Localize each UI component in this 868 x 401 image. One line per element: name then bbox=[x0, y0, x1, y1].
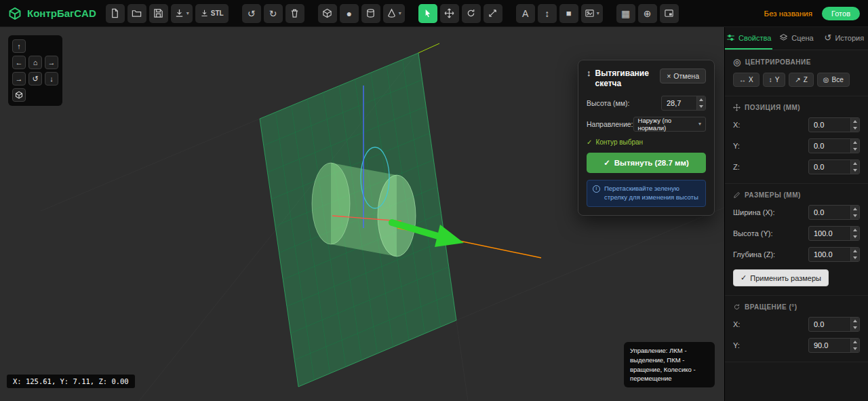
spinner bbox=[850, 248, 859, 261]
nav-down-button[interactable]: ↓ bbox=[45, 72, 58, 85]
arrow-right-icon: → bbox=[48, 58, 56, 66]
status-badge[interactable]: Готов bbox=[822, 7, 860, 20]
nav-left-button[interactable]: ← bbox=[12, 56, 26, 69]
sidebar-tabs: Свойства Сцена ↺ История bbox=[725, 27, 868, 50]
position-x-row: X: bbox=[733, 117, 860, 132]
add-sphere-button[interactable]: ● bbox=[340, 4, 359, 23]
toolbar-right: Без названия Готов bbox=[764, 7, 860, 20]
add-cube-button[interactable] bbox=[318, 4, 337, 23]
height-input[interactable] bbox=[661, 96, 706, 111]
grid-toggle-button[interactable]: ▦ bbox=[616, 4, 635, 23]
view-navigation-panel: ↑ ← ⌂ → → ↺ ↓ bbox=[8, 35, 62, 106]
pencil-icon bbox=[733, 191, 741, 199]
frame-view-button[interactable] bbox=[660, 4, 679, 23]
rotate-tool-button[interactable] bbox=[462, 4, 481, 23]
redo-button[interactable]: ↻ bbox=[264, 4, 283, 23]
rotation-x-input[interactable] bbox=[808, 317, 860, 332]
position-z-input[interactable] bbox=[808, 159, 860, 174]
add-shape-dropdown-button[interactable]: ▾ bbox=[383, 4, 405, 23]
dimensions-section-title: РАЗМЕРЫ (ММ) bbox=[733, 191, 860, 199]
spinner-up-button[interactable] bbox=[697, 96, 705, 103]
spinner-down-button[interactable] bbox=[851, 324, 859, 331]
center-y-button[interactable]: ↕ Y bbox=[763, 73, 786, 87]
spinner bbox=[850, 339, 859, 352]
depth-input[interactable] bbox=[808, 247, 860, 262]
spinner-down-button[interactable] bbox=[697, 103, 705, 110]
tab-scene[interactable]: Сцена bbox=[772, 27, 820, 50]
spinner-down-button[interactable] bbox=[851, 345, 859, 352]
center-x-button[interactable]: ↔ X bbox=[733, 73, 760, 87]
cube-icon bbox=[15, 91, 23, 99]
rotation-y-input[interactable] bbox=[808, 338, 860, 353]
add-cylinder-button[interactable] bbox=[361, 4, 380, 23]
spinner-down-button[interactable] bbox=[851, 212, 859, 219]
select-tool-button[interactable] bbox=[418, 4, 437, 23]
nav-right-button[interactable]: → bbox=[45, 56, 58, 69]
text-tool-button[interactable]: A bbox=[516, 4, 535, 23]
spinner-up-button[interactable] bbox=[851, 139, 859, 146]
download-icon bbox=[200, 9, 209, 18]
nav-isometric-button[interactable] bbox=[12, 88, 26, 102]
tab-properties[interactable]: Свойства bbox=[725, 27, 772, 50]
position-x-input[interactable] bbox=[808, 117, 860, 132]
dialog-header: ↕ Вытягивание скетча × Отмена bbox=[587, 69, 706, 89]
extrude-button[interactable]: ✓ Вытянуть (28.7 мм) bbox=[587, 153, 706, 173]
apply-dimensions-button[interactable]: ✓ Применить размеры bbox=[733, 269, 829, 286]
nav-forward-button[interactable]: → bbox=[12, 72, 26, 85]
spinner-down-button[interactable] bbox=[851, 167, 859, 174]
vertical-arrows-icon: ↕ bbox=[769, 76, 772, 83]
direction-select[interactable]: Наружу (по нормали) ▾ bbox=[633, 117, 706, 132]
image-dropdown-button[interactable]: ▾ bbox=[581, 4, 603, 23]
scale-tool-button[interactable] bbox=[484, 4, 502, 23]
target-icon: ⊕ bbox=[644, 9, 652, 18]
position-y-input[interactable] bbox=[808, 138, 860, 153]
rotation-x-label: X: bbox=[733, 320, 740, 328]
rotate-icon bbox=[466, 8, 476, 18]
width-input[interactable] bbox=[808, 205, 860, 220]
position-section-title: ПОЗИЦИЯ (ММ) bbox=[733, 104, 860, 111]
spinner-up-button[interactable] bbox=[851, 160, 859, 167]
spinner-up-button[interactable] bbox=[851, 248, 859, 254]
spinner-up-button[interactable] bbox=[851, 118, 859, 125]
nav-home-button[interactable]: ⌂ bbox=[28, 56, 42, 69]
chevron-down-icon: ▾ bbox=[399, 11, 401, 16]
new-file-button[interactable] bbox=[106, 4, 125, 23]
center-z-button[interactable]: ↗ Z bbox=[789, 73, 814, 87]
spinner-up-button[interactable] bbox=[851, 206, 859, 212]
height-input[interactable] bbox=[808, 226, 860, 241]
spinner-up-button[interactable] bbox=[851, 339, 859, 345]
open-button[interactable] bbox=[127, 4, 146, 23]
document-name: Без названия bbox=[764, 9, 812, 18]
app-title: КонтрБагCAD bbox=[27, 7, 96, 19]
align-tool-button[interactable]: ↕ bbox=[538, 4, 557, 23]
move-icon bbox=[733, 104, 741, 111]
center-all-button[interactable]: ◎ Все bbox=[817, 73, 850, 87]
save-button[interactable] bbox=[149, 4, 168, 23]
export-button[interactable]: ▾ bbox=[171, 4, 193, 23]
spinner-up-button[interactable] bbox=[851, 318, 859, 324]
undo-button[interactable]: ↺ bbox=[242, 4, 261, 23]
spinner-down-button[interactable] bbox=[851, 125, 859, 132]
cancel-button[interactable]: × Отмена bbox=[660, 69, 706, 83]
extrude-label: Вытянуть (28.7 мм) bbox=[614, 159, 689, 167]
center-view-button[interactable]: ⊕ bbox=[638, 4, 657, 23]
viewport-3d[interactable]: ↑ ← ⌂ → → ↺ ↓ ↕ Вытяги bbox=[0, 27, 724, 401]
move-tool-button[interactable] bbox=[440, 4, 459, 23]
spinner-down-button[interactable] bbox=[851, 254, 859, 261]
nav-up-button[interactable]: ↑ bbox=[12, 39, 26, 53]
spinner-down-button[interactable] bbox=[851, 233, 859, 240]
spinner-down-button[interactable] bbox=[851, 146, 859, 153]
nav-rotate-button[interactable]: ↺ bbox=[28, 72, 42, 85]
tab-history[interactable]: ↺ История bbox=[821, 27, 868, 50]
export-stl-button[interactable]: STL bbox=[195, 4, 229, 23]
sketch-tool-button[interactable]: ■ bbox=[559, 4, 578, 23]
extrude-sketch-dialog: ↕ Вытягивание скетча × Отмена Высота (мм… bbox=[578, 60, 715, 216]
position-title-text: ПОЗИЦИЯ (ММ) bbox=[745, 104, 800, 111]
scale-icon bbox=[488, 8, 498, 18]
width-label: Ширина (X): bbox=[733, 208, 774, 216]
delete-button[interactable] bbox=[285, 4, 304, 23]
rotate-icon bbox=[733, 303, 741, 311]
width-row: Ширина (X): bbox=[733, 205, 860, 220]
download-icon bbox=[174, 8, 184, 18]
spinner-up-button[interactable] bbox=[851, 227, 859, 233]
